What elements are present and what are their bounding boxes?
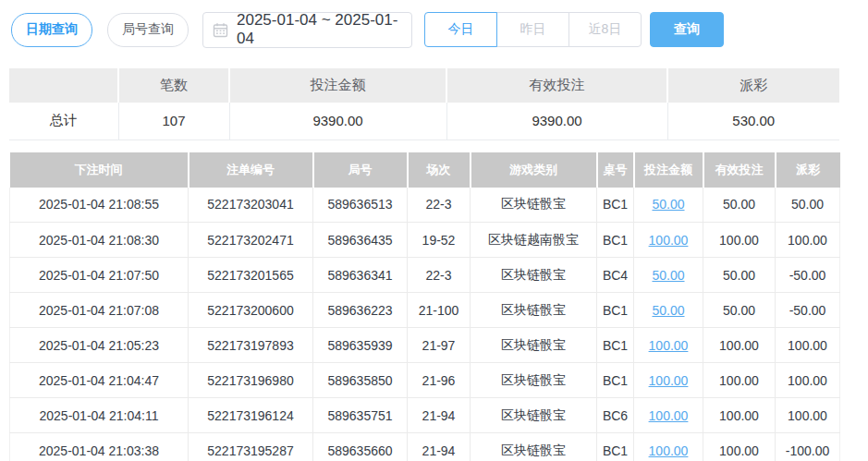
valid-cell: 100.00 [703,398,776,433]
table-row: 2025-01-04 21:07:50522173201565589636341… [10,258,840,293]
summary-header-cell: 投注金额 [229,68,446,103]
summary-value: 9390.00 [229,103,446,140]
round-query-tab[interactable]: 局号查询 [107,13,189,47]
bet-cell: 100.00 [634,433,703,461]
session-cell: 19-52 [408,223,471,258]
column-header: 场次 [408,152,471,188]
table-no-cell: BC1 [597,293,634,328]
round-no-cell: 589635660 [313,433,408,461]
column-header: 注单编号 [189,152,313,188]
payout-cell: -50.00 [776,293,840,328]
date-range-input[interactable]: 2025-01-04 ~ 2025-01-04 [202,12,412,48]
summary-header-cell: 笔数 [118,68,229,103]
bet-amount-link[interactable]: 100.00 [649,233,689,248]
round-no-cell: 589636223 [313,293,408,328]
search-button[interactable]: 查询 [650,12,724,47]
time-cell: 2025-01-04 21:04:11 [10,398,189,433]
valid-cell: 50.00 [703,258,776,293]
bet-cell: 100.00 [634,223,703,258]
round-no-cell: 589635850 [313,363,408,398]
table-row: 2025-01-04 21:08:55522173203041589636513… [10,188,840,223]
time-cell: 2025-01-04 21:04:47 [10,363,189,398]
game-cell: 区块链骰宝 [471,293,597,328]
session-cell: 21-94 [408,398,471,433]
payout-cell: 100.00 [776,363,840,398]
time-cell: 2025-01-04 21:08:55 [10,188,189,223]
order-no-cell: 522173202471 [189,223,313,258]
bet-cell: 50.00 [634,188,703,223]
records-header-row: 下注时间注单编号局号场次游戏类别桌号投注金额有效投注派彩 [10,152,840,188]
quick-today-button[interactable]: 今日 [424,12,497,47]
quick-last8days-button[interactable]: 近8日 [568,12,642,47]
time-cell: 2025-01-04 21:07:08 [10,293,189,328]
valid-cell: 100.00 [703,363,776,398]
summary-header-cell [9,68,118,103]
summary-value: 530.00 [667,103,839,140]
game-cell: 区块链越南骰宝 [471,223,597,258]
bet-amount-link[interactable]: 100.00 [649,338,689,353]
column-header: 局号 [313,152,408,188]
table-no-cell: BC1 [597,223,634,258]
table-no-cell: BC1 [597,433,634,461]
session-cell: 21-96 [408,363,471,398]
bet-amount-link[interactable]: 100.00 [649,443,689,458]
round-no-cell: 589636513 [313,188,408,223]
column-header: 游戏类别 [471,152,597,188]
summary-header-cell: 派彩 [667,68,839,103]
summary-row-label: 总计 [9,103,118,140]
query-toolbar: 日期查询 局号查询 2025-01-04 ~ 2025-01-04 今日 [9,11,868,48]
valid-cell: 100.00 [703,433,776,461]
game-cell: 区块链骰宝 [471,433,597,461]
round-no-cell: 589635939 [313,328,408,363]
order-no-cell: 522173203041 [189,188,313,223]
order-no-cell: 522173196980 [189,363,313,398]
bet-amount-link[interactable]: 100.00 [649,373,689,388]
valid-cell: 100.00 [703,328,776,363]
table-no-cell: BC4 [597,258,634,293]
column-header: 下注时间 [10,152,189,188]
bet-amount-link[interactable]: 50.00 [652,197,684,212]
session-cell: 21-100 [408,293,471,328]
summary-total-row: 总计1079390.009390.00530.00 [9,103,839,140]
column-header: 派彩 [776,152,840,188]
quick-range-group: 今日 昨日 近8日 [424,12,642,47]
bet-amount-link[interactable]: 50.00 [652,268,684,283]
valid-cell: 50.00 [703,293,776,328]
column-header: 有效投注 [703,152,776,188]
payout-cell: 50.00 [776,188,840,223]
game-cell: 区块链骰宝 [471,328,597,363]
game-cell: 区块链骰宝 [471,188,597,223]
column-header: 投注金额 [634,152,703,188]
order-no-cell: 522173201565 [189,258,313,293]
session-cell: 22-3 [408,188,471,223]
time-cell: 2025-01-04 21:05:23 [10,328,189,363]
table-row: 2025-01-04 21:08:30522173202471589636435… [10,223,840,258]
payout-cell: -100.00 [776,433,840,461]
bet-cell: 50.00 [634,293,703,328]
game-cell: 区块链骰宝 [471,363,597,398]
bet-cell: 50.00 [634,258,703,293]
bet-amount-link[interactable]: 50.00 [652,303,684,318]
order-no-cell: 522173200600 [189,293,313,328]
round-no-cell: 589636435 [313,223,408,258]
session-cell: 21-97 [408,328,471,363]
table-row: 2025-01-04 21:07:08522173200600589636223… [10,293,840,328]
payout-cell: 100.00 [776,328,840,363]
bet-amount-link[interactable]: 100.00 [649,408,689,423]
table-row: 2025-01-04 21:04:11522173196124589635751… [10,398,840,433]
order-no-cell: 522173196124 [189,398,313,433]
payout-cell: -50.00 [776,258,840,293]
date-query-tab[interactable]: 日期查询 [11,13,92,47]
table-no-cell: BC1 [597,328,634,363]
valid-cell: 50.00 [703,188,776,223]
summary-table: 笔数投注金额有效投注派彩 总计1079390.009390.00530.00 [9,68,839,140]
payout-cell: 100.00 [776,223,840,258]
summary-value: 107 [118,103,229,140]
bet-cell: 100.00 [634,328,703,363]
game-cell: 区块链骰宝 [471,258,597,293]
quick-yesterday-button[interactable]: 昨日 [496,12,569,47]
time-cell: 2025-01-04 21:03:38 [10,433,189,461]
column-header: 桌号 [597,152,634,188]
bet-cell: 100.00 [634,363,703,398]
calendar-icon [213,22,228,38]
